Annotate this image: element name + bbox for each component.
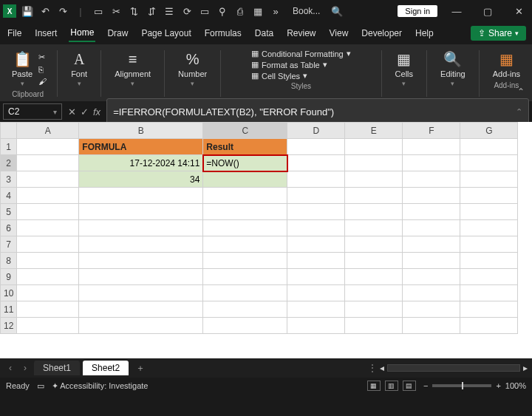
cut-button[interactable]: ✂ xyxy=(38,52,47,62)
sheet-options-icon[interactable]: ⋮ xyxy=(368,363,377,373)
format-painter-button[interactable]: 🖌 xyxy=(38,77,47,86)
col-header-f[interactable]: F xyxy=(403,123,460,139)
conditional-formatting-button[interactable]: ▦ Conditional Formatting ▾ xyxy=(251,49,351,58)
row-header-6[interactable]: 6 xyxy=(1,220,17,236)
macro-record-icon[interactable]: ▭ xyxy=(37,381,44,391)
cell-a2[interactable] xyxy=(17,155,79,171)
qat-more-icon[interactable]: » xyxy=(269,4,282,18)
camera-icon[interactable]: ⎙ xyxy=(233,4,247,18)
col-header-a[interactable]: A xyxy=(17,123,79,139)
tab-draw[interactable]: Draw xyxy=(106,25,129,41)
sheet-nav-prev[interactable]: ‹ xyxy=(4,363,16,373)
ribbon-collapse-button[interactable]: ⌃ xyxy=(517,86,525,97)
col-header-c[interactable]: C xyxy=(203,123,287,139)
col-header-d[interactable]: D xyxy=(287,123,345,139)
font-button[interactable]: A Font ▾ xyxy=(68,49,90,89)
number-button[interactable]: % Number ▾ xyxy=(175,49,210,89)
format-as-table-button[interactable]: ▦ Format as Table ▾ xyxy=(251,60,327,69)
editing-button[interactable]: 🔍 Editing ▾ xyxy=(437,49,468,89)
col-header-b[interactable]: B xyxy=(79,123,203,139)
touch-icon[interactable]: ☰ xyxy=(163,4,176,18)
col-header-g[interactable]: G xyxy=(460,123,518,139)
row-header-4[interactable]: 4 xyxy=(1,188,17,204)
redo-icon[interactable]: ↷ xyxy=(56,4,69,18)
tab-data[interactable]: Data xyxy=(253,25,275,41)
spreadsheet-grid[interactable]: A B C D E F G 1 FORMULA Result 2 17-12-2… xyxy=(0,122,532,358)
sheet-nav-next[interactable]: › xyxy=(19,363,31,373)
cell-c2[interactable]: =NOW() xyxy=(203,155,287,171)
name-box[interactable]: C2 ▾ xyxy=(3,103,62,120)
cancel-formula-icon[interactable]: ✕ xyxy=(68,106,76,117)
zoom-out-button[interactable]: − xyxy=(423,381,428,390)
alignment-button[interactable]: ≡ Alignment ▾ xyxy=(112,49,154,89)
fx-icon[interactable]: fx xyxy=(93,106,100,117)
cell-a3[interactable] xyxy=(17,171,79,188)
page-break-view-button[interactable]: ▤ xyxy=(403,381,416,391)
zoom-in-button[interactable]: + xyxy=(496,381,500,390)
cell-b1[interactable]: FORMULA xyxy=(79,139,203,155)
scroll-right-icon[interactable]: ▸ xyxy=(523,363,528,373)
close-button[interactable]: ✕ xyxy=(508,6,529,17)
tab-developer[interactable]: Developer xyxy=(360,25,403,41)
tab-file[interactable]: File xyxy=(6,25,23,41)
sort-desc-icon[interactable]: ⇵ xyxy=(145,4,158,18)
tab-review[interactable]: Review xyxy=(285,25,317,41)
row-header-7[interactable]: 7 xyxy=(1,236,17,253)
tab-formulas[interactable]: Formulas xyxy=(203,25,243,41)
row-header-11[interactable]: 11 xyxy=(1,301,17,318)
sign-in-button[interactable]: Sign in xyxy=(398,5,437,17)
sort-asc-icon[interactable]: ⇅ xyxy=(127,4,140,18)
minimize-button[interactable]: — xyxy=(446,6,467,17)
undo-icon[interactable]: ↶ xyxy=(38,4,52,18)
col-header-e[interactable]: E xyxy=(345,123,403,139)
enter-formula-icon[interactable]: ✓ xyxy=(81,106,89,117)
cell-b2[interactable]: 17-12-2024 14:11 xyxy=(79,155,203,171)
sheet-tab-2[interactable]: Sheet2 xyxy=(83,361,129,375)
addins-button[interactable]: ▦ Add-ins xyxy=(490,49,523,80)
select-all-corner[interactable] xyxy=(1,123,17,139)
cells-button[interactable]: ▦ Cells ▾ xyxy=(392,49,416,89)
scroll-track[interactable] xyxy=(387,364,520,372)
zoom-level[interactable]: 100% xyxy=(505,381,526,390)
chevron-down-icon[interactable]: ▾ xyxy=(53,108,57,116)
cell-styles-button[interactable]: ▦ Cell Styles ▾ xyxy=(251,71,307,81)
accessibility-status[interactable]: ✦ Accessibility: Investigate xyxy=(52,381,149,391)
tab-home[interactable]: Home xyxy=(69,24,95,42)
maximize-button[interactable]: ▢ xyxy=(477,6,498,17)
copy-button[interactable]: ⎘ xyxy=(38,65,47,74)
row-header-12[interactable]: 12 xyxy=(1,318,17,334)
tab-help[interactable]: Help xyxy=(414,25,435,41)
add-sheet-button[interactable]: ＋ xyxy=(136,362,145,375)
filter-icon[interactable]: ⚲ xyxy=(216,4,229,18)
sheet-tab-1[interactable]: Sheet1 xyxy=(34,361,80,375)
tab-insert[interactable]: Insert xyxy=(33,25,58,41)
paste-button[interactable]: 📋 Paste ▾ xyxy=(9,49,35,89)
tab-page-layout[interactable]: Page Layout xyxy=(140,25,192,41)
normal-view-button[interactable]: ▦ xyxy=(367,381,381,391)
horizontal-scrollbar[interactable]: ◂ ▸ xyxy=(380,363,528,373)
formula-bar[interactable]: =IFERROR(FORMULATEXT(B2), "ERROR Found")… xyxy=(106,98,529,125)
refresh-icon[interactable]: ⟳ xyxy=(180,4,194,18)
new-file-icon[interactable]: ▭ xyxy=(92,4,105,18)
row-header-8[interactable]: 8 xyxy=(1,253,17,269)
cell-a1[interactable] xyxy=(17,139,79,155)
scroll-left-icon[interactable]: ◂ xyxy=(380,363,384,373)
share-button[interactable]: ⇪ Share ▾ xyxy=(471,26,526,41)
search-icon[interactable]: 🔍 xyxy=(330,4,344,18)
cut-icon[interactable]: ✂ xyxy=(109,4,123,18)
document-name[interactable]: Book... xyxy=(293,6,320,16)
row-header-9[interactable]: 9 xyxy=(1,269,17,285)
row-header-5[interactable]: 5 xyxy=(1,204,17,220)
expand-formula-bar-icon[interactable]: ⌃ xyxy=(516,107,522,117)
row-header-2[interactable]: 2 xyxy=(1,155,17,171)
save-icon[interactable]: 💾 xyxy=(21,4,34,18)
form-icon[interactable]: ▦ xyxy=(251,4,265,18)
cell-c3[interactable] xyxy=(203,171,287,188)
zoom-slider[interactable] xyxy=(432,384,491,387)
cell-c1[interactable]: Result xyxy=(203,139,287,155)
page-layout-view-button[interactable]: ▥ xyxy=(385,381,398,391)
print-icon[interactable]: ▭ xyxy=(198,4,211,18)
cell-d1[interactable] xyxy=(287,139,345,155)
cell-b3[interactable]: 34 xyxy=(79,171,203,188)
row-header-1[interactable]: 1 xyxy=(1,139,17,155)
